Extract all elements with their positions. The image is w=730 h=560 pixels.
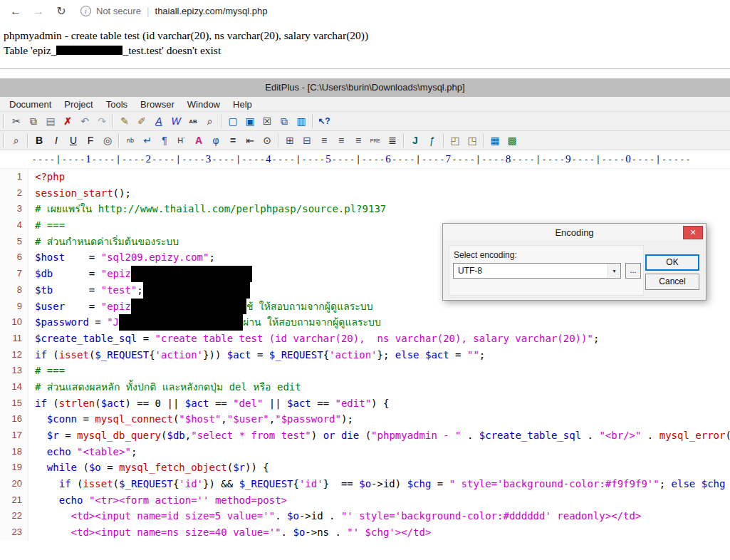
url-text[interactable]: thaiall.epizy.com/mysql.php	[155, 6, 268, 16]
context-help-icon[interactable]: ↖?	[316, 113, 333, 129]
encoding-select[interactable]: UTF-8 ▾	[453, 263, 621, 279]
address-bar[interactable]: i Not secure | thaiall.epizy.com/mysql.p…	[80, 6, 268, 17]
back-icon[interactable]: ←	[9, 5, 23, 18]
nonbreaking-space-icon[interactable]: nb	[122, 133, 139, 148]
line-number[interactable]: 3	[0, 201, 28, 217]
find-icon[interactable]: ✎	[116, 113, 133, 129]
split-window-icon[interactable]: ⧉	[276, 113, 293, 129]
window-list-icon[interactable]: ▣	[241, 113, 259, 129]
line-number[interactable]: 23	[0, 524, 28, 541]
table-row-icon[interactable]: ⊟	[298, 133, 316, 148]
line-number[interactable]: 15	[0, 395, 28, 412]
line-number[interactable]: 7	[0, 266, 28, 282]
line-number[interactable]: 21	[0, 492, 28, 509]
line-number[interactable]: 12	[0, 347, 28, 363]
highlight-icon[interactable]: A	[190, 133, 207, 148]
code-line[interactable]: 17 $r = mysql_db_query($db,"select * fro…	[0, 427, 730, 444]
menu-tools[interactable]: Tools	[100, 99, 134, 110]
view-in-browser-icon[interactable]: ⌕	[8, 133, 25, 148]
code-line[interactable]: 16 $conn = mysql_connect("$host","$user"…	[0, 411, 730, 427]
line-number[interactable]: 19	[0, 460, 28, 476]
paste-icon[interactable]: ▤	[42, 113, 59, 129]
heading-icon[interactable]: H˙	[173, 133, 190, 148]
find-in-files-icon[interactable]: ⌕	[202, 113, 219, 129]
line-number[interactable]: 8	[0, 282, 28, 299]
delete-icon[interactable]: ✗	[59, 113, 76, 129]
chevron-down-icon[interactable]: ▾	[608, 264, 620, 278]
grid-icon[interactable]: ▦	[486, 133, 504, 148]
menu-browser[interactable]: Browser	[134, 99, 181, 110]
line-number[interactable]: 14	[0, 379, 28, 395]
underline-icon[interactable]: U	[65, 133, 82, 148]
menu-document[interactable]: Document	[3, 99, 58, 110]
folder-right-icon[interactable]: ◳	[464, 133, 481, 148]
forward-icon[interactable]: →	[31, 5, 46, 18]
font-icon[interactable]: A	[150, 113, 167, 129]
script-php-icon[interactable]: ƒ	[424, 133, 441, 148]
line-number[interactable]: 9	[0, 299, 28, 315]
code-line[interactable]: 23 <td><input name=ns size=40 value='". …	[0, 524, 730, 541]
anchor-icon[interactable]: φ	[207, 133, 224, 148]
code-line[interactable]: 13# ===	[0, 363, 730, 379]
code-line[interactable]: 19 while ($o = mysql_fetch_object($r)) {	[0, 460, 730, 476]
ok-button[interactable]: OK	[645, 254, 699, 271]
toolbar-handle[interactable]	[3, 133, 5, 147]
code-line[interactable]: 20 if (isset($_REQUEST{'id'}) && $_REQUE…	[0, 476, 730, 492]
pre-icon[interactable]: PRE	[367, 133, 384, 148]
code-line[interactable]: 14# ส่วนแสดงผลหลัก ทั้งปกติ และหลังกดปุ่…	[0, 379, 730, 395]
line-number[interactable]: 6	[0, 249, 28, 266]
align-left-icon[interactable]: ≡	[316, 133, 333, 148]
toolbar-handle[interactable]	[3, 114, 5, 128]
code-line[interactable]: 18 echo "<table>";	[0, 444, 730, 460]
cut-icon[interactable]: ✂	[8, 113, 25, 129]
line-number[interactable]: 13	[0, 363, 28, 379]
browse-button[interactable]: ...	[625, 263, 641, 279]
info-icon[interactable]: i	[80, 6, 91, 16]
copy-icon[interactable]: ⧉	[25, 113, 42, 129]
font-size-icon[interactable]: F	[82, 133, 99, 148]
menu-window[interactable]: Window	[181, 99, 226, 110]
folder-left-icon[interactable]: ◰	[447, 133, 464, 148]
preview-icon[interactable]: ◎	[99, 133, 116, 148]
code-line[interactable]: 21 echo "<tr><form action='' method=post…	[0, 492, 730, 509]
line-number[interactable]: 2	[0, 185, 28, 202]
code-line[interactable]: 10$password = "Jผ่าน ให้สอบถามจากผู้ดูแล…	[0, 314, 730, 331]
complete-word-icon[interactable]: AB	[184, 113, 202, 129]
line-number[interactable]: 11	[0, 331, 28, 347]
close-window-icon[interactable]: ☒	[259, 113, 276, 129]
cancel-button[interactable]: Cancel	[645, 274, 699, 290]
code-line[interactable]: 22 <td><input name=id size=5 value='". $…	[0, 508, 730, 524]
horizontal-rule-icon[interactable]: =	[224, 133, 241, 148]
line-number[interactable]: 10	[0, 314, 28, 331]
menu-help[interactable]: Help	[226, 99, 259, 110]
bullet-icon[interactable]: ⊙	[259, 133, 276, 148]
palette-icon[interactable]: ▩	[504, 133, 521, 148]
browser-view-icon[interactable]: ▥	[293, 113, 310, 129]
close-icon[interactable]: ✕	[683, 226, 703, 239]
line-number[interactable]: 20	[0, 476, 28, 492]
line-break-icon[interactable]: ↵	[139, 133, 156, 148]
code-line[interactable]: 2session_start();	[0, 185, 730, 202]
list-icon[interactable]: ≣	[384, 133, 401, 148]
code-line[interactable]: 12if (isset($_REQUEST{'action'})) $act =…	[0, 347, 730, 363]
code-line[interactable]: 11$create_table_sql = "create table test…	[0, 331, 730, 347]
fullscreen-icon[interactable]: ▢	[224, 113, 241, 129]
line-number[interactable]: 22	[0, 508, 28, 524]
undo-icon[interactable]: ↶	[76, 113, 93, 129]
paragraph-icon[interactable]: ¶	[156, 133, 173, 148]
line-number[interactable]: 5	[0, 234, 28, 250]
code-line[interactable]: 1<?php	[0, 169, 730, 185]
code-line[interactable]: 15if (strlen($act) == 0 || $act == "del"…	[0, 395, 730, 412]
bold-icon[interactable]: B	[31, 133, 48, 148]
script-java-icon[interactable]: J	[407, 133, 424, 148]
line-number[interactable]: 16	[0, 411, 28, 427]
align-right-icon[interactable]: ≡	[350, 133, 367, 148]
reload-icon[interactable]: ↻	[54, 4, 68, 18]
replace-icon[interactable]: ✐	[133, 113, 150, 129]
script-icon[interactable]: W	[167, 113, 184, 129]
table-icon[interactable]: ⊞	[281, 133, 298, 148]
menu-project[interactable]: Project	[58, 99, 99, 110]
italic-icon[interactable]: I	[48, 133, 65, 148]
line-number[interactable]: 4	[0, 217, 28, 234]
indent-icon[interactable]: ⇤	[241, 133, 259, 148]
